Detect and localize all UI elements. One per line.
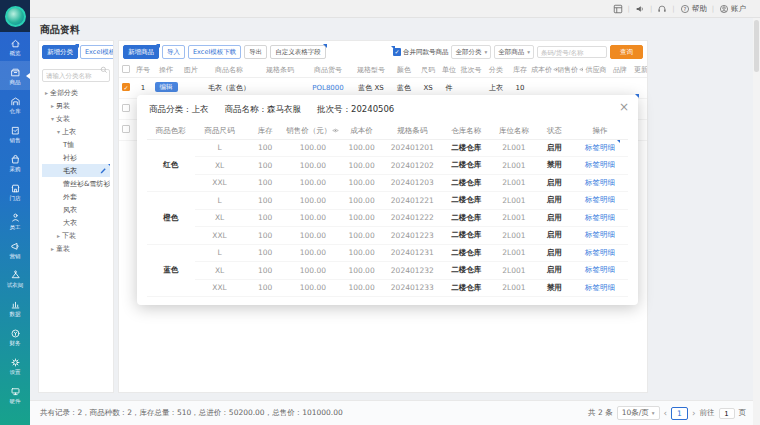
cell-cost: 100.00 (340, 279, 384, 297)
goto-page-input[interactable] (719, 408, 735, 419)
tree-item[interactable]: ▾上衣 (42, 125, 110, 138)
headset-icon[interactable] (657, 4, 667, 14)
label-detail-link[interactable]: 标签明细 (585, 213, 615, 222)
logo-icon (5, 6, 26, 27)
sidebar-item-store[interactable]: 门店 (0, 177, 30, 206)
row-checkbox[interactable] (122, 125, 130, 133)
pagination: 共 2 条 10条/页 ▾ ‹ 1 › 前往 页 (588, 406, 746, 420)
expanded-arrow-icon[interactable]: ▾ (51, 115, 54, 122)
tree-item-label: T恤 (63, 140, 74, 150)
expanded-arrow-icon[interactable]: ▾ (57, 128, 60, 135)
tree-item[interactable]: 风衣 (42, 203, 110, 216)
tree-item[interactable]: 蕾丝衫&雪纺衫 (42, 177, 110, 190)
sidebar-item-label: 营销 (9, 253, 20, 259)
volume-icon[interactable] (635, 4, 645, 14)
tree-item[interactable]: ▸男装 (42, 99, 110, 112)
tree-item[interactable]: 大衣 (42, 216, 110, 229)
query-button[interactable]: 查询 (610, 45, 643, 59)
eye-icon[interactable] (332, 128, 339, 133)
label-detail-link[interactable]: 标签明细 (585, 143, 615, 152)
sidebar-item-label: 数据 (9, 311, 20, 317)
spec-col-4: 成本价 (340, 123, 384, 139)
page-size-select[interactable]: 10条/页 ▾ (617, 406, 660, 420)
cell-color-group: 蓝色 (147, 244, 195, 297)
help-menu[interactable]: ? 帮助 (680, 4, 707, 14)
label-detail-link[interactable]: 标签明细 (585, 230, 615, 239)
sidebar-item-purchase[interactable]: 采购 (0, 148, 30, 177)
current-page-button[interactable]: 1 (671, 407, 688, 420)
tree-item[interactable]: 衬衫 (42, 151, 110, 164)
row-checkbox[interactable] (122, 104, 130, 112)
sidebar-nav: 概览商品仓库销售采购门店员工营销试衣间数据财务设置硬件 (0, 32, 30, 409)
tree-item[interactable]: T恤 (42, 138, 110, 151)
tree-item[interactable]: ▸童装 (42, 242, 110, 255)
label-detail-link[interactable]: 标签明细 (585, 160, 615, 169)
merge-style-checkbox[interactable]: ✓ 合并同款号商品 (393, 48, 449, 57)
account-icon (719, 4, 729, 14)
export-button[interactable]: 导出 (244, 45, 267, 59)
category-excel-template-button[interactable]: Excel模板下载 (80, 45, 114, 59)
sidebar-item-hardware[interactable]: 硬件 (0, 380, 30, 409)
close-icon[interactable]: × (619, 101, 629, 113)
product-search-input[interactable] (537, 46, 607, 58)
select-all-checkbox[interactable] (122, 65, 130, 73)
sidebar-item-warehouse[interactable]: 仓库 (0, 90, 30, 119)
collapsed-arrow-icon[interactable]: ▸ (45, 89, 48, 96)
apps-grid-icon[interactable] (613, 4, 623, 14)
product-col-2: 图片 (179, 62, 203, 77)
home-icon (10, 38, 21, 49)
label-detail-link[interactable]: 标签明细 (585, 248, 615, 257)
sidebar-item-staff[interactable]: 员工 (0, 206, 30, 235)
tree-item[interactable]: ▾女装 (42, 112, 110, 125)
tree-item-label: 毛衣 (63, 166, 77, 176)
cell-cost: 100.00 (340, 157, 384, 175)
edit-category-icon[interactable] (99, 166, 108, 175)
sidebar-item-goods[interactable]: 商品 (0, 61, 30, 90)
tree-item[interactable]: ▸全部分类 (42, 86, 110, 99)
sidebar-item-home[interactable]: 概览 (0, 32, 30, 61)
sidebar-item-label: 财务 (9, 340, 20, 346)
excel-template-button[interactable]: Excel模板下载 (188, 45, 241, 59)
customize-columns-button[interactable]: 自定义表格字段 (270, 45, 326, 59)
label-detail-link[interactable]: 标签明细 (585, 195, 615, 204)
tree-item[interactable]: 外套 (42, 190, 110, 203)
product-col-9: 单位 (439, 62, 459, 77)
cell-size: L (195, 244, 245, 262)
sidebar-item-sales[interactable]: 销售 (0, 119, 30, 148)
tree-item[interactable]: ▸下装 (42, 229, 110, 242)
spec-body: 红色L100100.00100.00202401201二楼仓库2L001启用标签… (147, 139, 628, 297)
cell-size: XXL (195, 174, 245, 192)
label-detail-link[interactable]: 标签明细 (585, 265, 615, 274)
sidebar-item-finance[interactable]: 财务 (0, 322, 30, 351)
tree-item[interactable]: 毛衣 (42, 164, 110, 177)
window-scrollbar[interactable] (753, 18, 760, 425)
account-menu[interactable]: 账户 (719, 4, 746, 14)
sidebar-item-fitting-room[interactable]: 试衣间 (0, 264, 30, 293)
cell-barcode: 202401231 (383, 244, 441, 262)
label-detail-link[interactable]: 标签明细 (585, 283, 615, 292)
next-page-button[interactable]: › (692, 409, 696, 418)
sidebar-item-marketing[interactable]: 营销 (0, 235, 30, 264)
item-no-link[interactable]: POL8000 (312, 84, 343, 92)
edit-button[interactable]: 编辑 (155, 82, 178, 92)
add-category-button[interactable]: 新增分类 (42, 45, 78, 59)
app-logo[interactable] (0, 0, 30, 32)
collapsed-arrow-icon[interactable]: ▸ (57, 232, 60, 239)
category-filter-select[interactable]: 全部分类 ▾ (451, 45, 491, 59)
product-filter-select[interactable]: 全部商品 ▾ (494, 45, 534, 59)
label-detail-link[interactable]: 标签明细 (585, 178, 615, 187)
eye-icon[interactable] (579, 67, 583, 72)
collapsed-arrow-icon[interactable]: ▸ (51, 245, 54, 252)
sidebar-item-label: 销售 (9, 137, 20, 143)
sidebar-item-data[interactable]: 数据 (0, 293, 30, 322)
import-button[interactable]: 导入 (162, 45, 185, 59)
cell-warehouse: 二楼仓库 (441, 157, 491, 175)
cell-warehouse: 二楼仓库 (441, 139, 491, 157)
scrollbar-thumb[interactable] (754, 20, 759, 72)
row-checkbox[interactable]: ✓ (122, 83, 130, 91)
add-product-button[interactable]: 新增商品 (123, 45, 159, 59)
cell-price: 100.00 (286, 192, 340, 210)
sidebar-item-settings[interactable]: 设置 (0, 351, 30, 380)
prev-page-button[interactable]: ‹ (664, 409, 668, 418)
collapsed-arrow-icon[interactable]: ▸ (51, 102, 54, 109)
